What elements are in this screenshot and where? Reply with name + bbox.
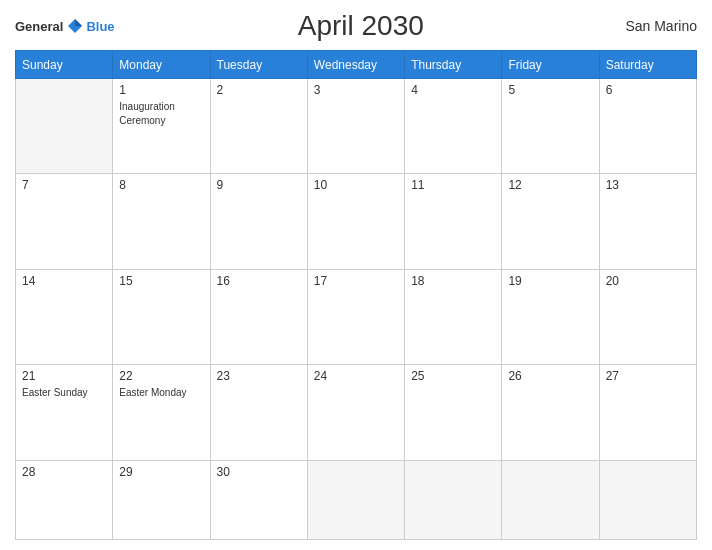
calendar-week-row: 78910111213 xyxy=(16,174,697,269)
day-number: 12 xyxy=(508,178,592,192)
col-saturday: Saturday xyxy=(599,51,696,79)
day-number: 10 xyxy=(314,178,398,192)
calendar-day-cell: 19 xyxy=(502,269,599,364)
calendar-day-cell: 12 xyxy=(502,174,599,269)
calendar-day-cell: 21Easter Sunday xyxy=(16,365,113,460)
calendar-day-cell: 10 xyxy=(307,174,404,269)
day-number: 29 xyxy=(119,465,203,479)
month-title: April 2030 xyxy=(115,10,607,42)
day-number: 16 xyxy=(217,274,301,288)
day-number: 17 xyxy=(314,274,398,288)
day-number: 23 xyxy=(217,369,301,383)
page: General Blue April 2030 San Marino Sunda… xyxy=(0,0,712,550)
calendar-day-cell: 9 xyxy=(210,174,307,269)
calendar-day-cell: 6 xyxy=(599,79,696,174)
calendar-day-cell: 25 xyxy=(405,365,502,460)
calendar-day-cell: 16 xyxy=(210,269,307,364)
day-number: 21 xyxy=(22,369,106,383)
logo: General Blue xyxy=(15,17,115,35)
calendar-week-row: 282930 xyxy=(16,460,697,540)
day-number: 22 xyxy=(119,369,203,383)
day-number: 24 xyxy=(314,369,398,383)
calendar-day-cell xyxy=(307,460,404,540)
day-number: 5 xyxy=(508,83,592,97)
calendar-header-row: Sunday Monday Tuesday Wednesday Thursday… xyxy=(16,51,697,79)
event-label: Easter Sunday xyxy=(22,387,88,398)
day-number: 8 xyxy=(119,178,203,192)
calendar-day-cell: 3 xyxy=(307,79,404,174)
calendar-day-cell: 27 xyxy=(599,365,696,460)
day-number: 7 xyxy=(22,178,106,192)
calendar-day-cell: 29 xyxy=(113,460,210,540)
day-number: 18 xyxy=(411,274,495,288)
day-number: 26 xyxy=(508,369,592,383)
calendar-day-cell: 11 xyxy=(405,174,502,269)
calendar-day-cell xyxy=(405,460,502,540)
col-friday: Friday xyxy=(502,51,599,79)
day-number: 20 xyxy=(606,274,690,288)
day-number: 14 xyxy=(22,274,106,288)
calendar-day-cell: 18 xyxy=(405,269,502,364)
logo-general-text: General xyxy=(15,19,63,34)
col-sunday: Sunday xyxy=(16,51,113,79)
calendar-day-cell: 13 xyxy=(599,174,696,269)
calendar-week-row: 14151617181920 xyxy=(16,269,697,364)
calendar-week-row: 1Inauguration Ceremony23456 xyxy=(16,79,697,174)
calendar-day-cell: 22Easter Monday xyxy=(113,365,210,460)
day-number: 4 xyxy=(411,83,495,97)
calendar-day-cell xyxy=(16,79,113,174)
calendar-day-cell: 7 xyxy=(16,174,113,269)
event-label: Easter Monday xyxy=(119,387,186,398)
calendar-day-cell: 4 xyxy=(405,79,502,174)
day-number: 1 xyxy=(119,83,203,97)
col-wednesday: Wednesday xyxy=(307,51,404,79)
day-number: 28 xyxy=(22,465,106,479)
day-number: 3 xyxy=(314,83,398,97)
calendar-day-cell: 20 xyxy=(599,269,696,364)
day-number: 30 xyxy=(217,465,301,479)
calendar-day-cell: 24 xyxy=(307,365,404,460)
calendar-day-cell xyxy=(502,460,599,540)
svg-marker-1 xyxy=(75,19,82,26)
calendar-day-cell: 8 xyxy=(113,174,210,269)
col-tuesday: Tuesday xyxy=(210,51,307,79)
calendar-day-cell: 17 xyxy=(307,269,404,364)
event-label: Inauguration Ceremony xyxy=(119,101,175,126)
day-number: 25 xyxy=(411,369,495,383)
col-thursday: Thursday xyxy=(405,51,502,79)
calendar-day-cell: 30 xyxy=(210,460,307,540)
day-number: 19 xyxy=(508,274,592,288)
day-number: 6 xyxy=(606,83,690,97)
calendar-day-cell xyxy=(599,460,696,540)
day-number: 27 xyxy=(606,369,690,383)
country-label: San Marino xyxy=(607,18,697,34)
logo-icon xyxy=(66,17,84,35)
calendar-week-row: 21Easter Sunday22Easter Monday2324252627 xyxy=(16,365,697,460)
calendar-day-cell: 26 xyxy=(502,365,599,460)
col-monday: Monday xyxy=(113,51,210,79)
calendar-day-cell: 28 xyxy=(16,460,113,540)
calendar-day-cell: 14 xyxy=(16,269,113,364)
day-number: 15 xyxy=(119,274,203,288)
calendar-day-cell: 1Inauguration Ceremony xyxy=(113,79,210,174)
day-number: 11 xyxy=(411,178,495,192)
calendar-day-cell: 23 xyxy=(210,365,307,460)
day-number: 9 xyxy=(217,178,301,192)
calendar-day-cell: 2 xyxy=(210,79,307,174)
calendar-day-cell: 5 xyxy=(502,79,599,174)
logo-blue-text: Blue xyxy=(86,19,114,34)
header: General Blue April 2030 San Marino xyxy=(15,10,697,42)
day-number: 13 xyxy=(606,178,690,192)
calendar-table: Sunday Monday Tuesday Wednesday Thursday… xyxy=(15,50,697,540)
day-number: 2 xyxy=(217,83,301,97)
calendar-day-cell: 15 xyxy=(113,269,210,364)
